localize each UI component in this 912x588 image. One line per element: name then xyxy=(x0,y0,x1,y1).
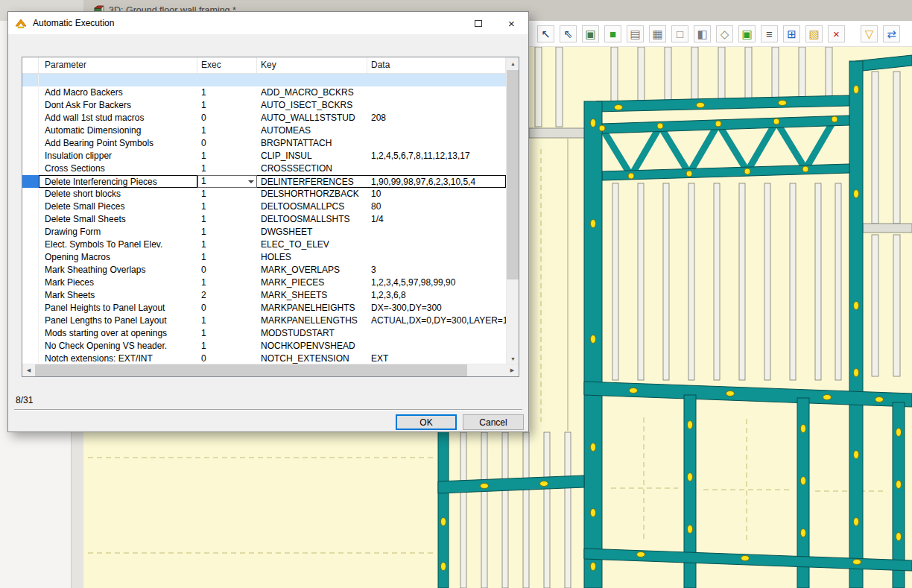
cell-exec[interactable]: 1 xyxy=(197,276,257,289)
vertical-scroll-thumb[interactable] xyxy=(507,70,519,279)
cell-exec[interactable]: 1 xyxy=(197,188,257,200)
table-row[interactable]: Delete Small Pieces1DELTOOSMALLPCS80 xyxy=(22,200,519,213)
cell-key[interactable]: DELTOOSMALLPCS xyxy=(257,200,367,213)
column-header-parameter[interactable]: Parameter xyxy=(39,57,197,73)
cell-parameter[interactable]: Panel Lengths to Panel Layout xyxy=(39,314,197,327)
cell-data[interactable]: 10 xyxy=(367,188,506,200)
row-stub[interactable] xyxy=(22,150,39,162)
cell-data[interactable]: 80 xyxy=(367,200,506,213)
table-row[interactable]: Opening Macros1HOLES xyxy=(22,251,519,264)
cell-parameter[interactable]: Add Macro Backers xyxy=(39,86,197,99)
cell-key[interactable]: MARKPANELHEIGHTS xyxy=(257,302,367,314)
table-row[interactable]: Delete Interferencing Pieces1DELINTERFER… xyxy=(22,175,519,188)
cell-key[interactable]: AUTO_WALL1STSTUD xyxy=(257,112,367,124)
horizontal-scrollbar[interactable]: ◀ ▶ xyxy=(22,364,519,376)
hidden-line-view-icon[interactable]: ▤ xyxy=(627,25,644,42)
chevron-down-icon[interactable] xyxy=(245,176,256,187)
wireframe-view-icon[interactable]: ▦ xyxy=(649,25,666,42)
cell-parameter[interactable]: Mods starting over at openings xyxy=(39,327,197,340)
cell-key[interactable]: MODSTUDSTART xyxy=(257,327,367,340)
pick-part-icon[interactable]: ▣ xyxy=(582,25,599,42)
table-row[interactable]: Mark Pieces1MARK_PIECES1,2,3,4,5,97,98,9… xyxy=(22,276,519,289)
layers-icon[interactable]: ⊞ xyxy=(783,25,800,42)
table-row[interactable]: Delete Small Sheets1DELTOOSMALLSHTS1/4 xyxy=(22,213,519,226)
cell-parameter[interactable]: Mark Pieces xyxy=(39,276,197,289)
part-list-icon[interactable]: ≡ xyxy=(761,25,778,42)
row-stub[interactable] xyxy=(22,340,39,353)
row-stub[interactable] xyxy=(22,74,39,86)
cell-exec[interactable]: 1 xyxy=(197,238,257,251)
cell-exec[interactable]: 1 xyxy=(197,340,257,353)
scroll-left-icon[interactable]: ◀ xyxy=(22,364,35,377)
dialog-title-bar[interactable]: Automatic Execution × xyxy=(8,12,528,34)
row-stub[interactable] xyxy=(22,200,39,213)
cell-exec[interactable]: 1 xyxy=(197,124,257,137)
half-shade-view-icon[interactable]: ◧ xyxy=(694,25,711,42)
cell-exec[interactable]: 0 xyxy=(197,112,257,124)
cell-exec[interactable]: 1 xyxy=(197,251,257,264)
horizontal-scroll-thumb[interactable] xyxy=(35,364,467,376)
cell-parameter[interactable]: Delete Small Sheets xyxy=(39,213,197,226)
swap-view-icon[interactable]: ⇄ xyxy=(883,25,900,42)
cell-parameter[interactable]: Automatic Dimensioning xyxy=(39,124,197,137)
cell-data[interactable]: 208 xyxy=(367,112,506,124)
cell-data[interactable] xyxy=(367,124,506,137)
cell-key[interactable]: MARK_PIECES xyxy=(257,276,367,289)
cell-key[interactable]: CLIP_INSUL xyxy=(257,150,367,162)
cell-key[interactable]: HOLES xyxy=(257,251,367,264)
maximize-button[interactable] xyxy=(461,12,495,34)
cell-exec[interactable]: 1 xyxy=(197,175,257,188)
shaded-view-icon[interactable]: ■ xyxy=(604,25,621,42)
cell-parameter[interactable]: Mark Sheets xyxy=(39,289,197,302)
select-arrow-icon[interactable]: ↖ xyxy=(537,25,554,42)
cell-parameter[interactable]: Delete Interferencing Pieces xyxy=(39,175,197,188)
column-header-exec[interactable]: Exec xyxy=(197,57,257,73)
table-row[interactable]: Dont Ask For Backers1AUTO_ISECT_BCKRS xyxy=(22,99,519,112)
table-row[interactable]: Automatic Dimensioning1AUTOMEAS xyxy=(22,124,519,137)
cell-data[interactable] xyxy=(367,137,506,150)
table-row[interactable]: Add Macro Backers1ADD_MACRO_BCKRS xyxy=(22,86,519,99)
cell-data[interactable] xyxy=(367,162,506,175)
cell-data[interactable] xyxy=(367,238,506,251)
table-row[interactable]: Mods starting over at openings1MODSTUDST… xyxy=(22,327,519,340)
cell-parameter[interactable]: No Check Opening VS header. xyxy=(39,340,197,353)
cell-parameter[interactable]: Add wall 1st stud macros xyxy=(39,112,197,124)
cell-data[interactable]: 1,2,3,4,5,97,98,99,90 xyxy=(367,276,506,289)
highlight-icon[interactable]: ▧ xyxy=(805,25,823,42)
column-header-key[interactable]: Key xyxy=(257,57,367,73)
cell-key[interactable] xyxy=(257,74,367,86)
cell-key[interactable]: ADD_MACRO_BCKRS xyxy=(257,86,367,99)
table-row[interactable]: Cross Sections1CROSSSECTION xyxy=(22,162,519,175)
cell-parameter[interactable]: Mark Sheathing Overlaps xyxy=(39,264,197,276)
row-stub[interactable] xyxy=(22,124,39,137)
cell-data[interactable]: 3 xyxy=(367,264,506,276)
table-row[interactable]: Mark Sheathing Overlaps0MARK_OVERLAPS3 xyxy=(22,264,519,276)
cell-parameter[interactable]: Cross Sections xyxy=(39,162,197,175)
cell-exec[interactable]: 0 xyxy=(197,302,257,314)
cell-data[interactable] xyxy=(367,99,506,112)
cell-exec[interactable]: 1 xyxy=(197,314,257,327)
cell-data[interactable]: 1,2,4,5,6,7,8,11,12,13,17 xyxy=(367,150,506,162)
delete-icon[interactable]: × xyxy=(828,25,845,42)
column-header-data[interactable]: Data xyxy=(367,57,506,73)
close-button[interactable]: × xyxy=(495,12,528,34)
cell-exec[interactable]: 1 xyxy=(197,162,257,175)
cell-parameter[interactable] xyxy=(39,74,197,86)
cell-exec[interactable]: 1 xyxy=(197,200,257,213)
cell-data[interactable]: DX=-300,DY=300 xyxy=(367,302,506,314)
cell-data[interactable] xyxy=(367,340,506,353)
scroll-up-icon[interactable]: ▲ xyxy=(507,57,519,70)
outline-view-icon[interactable]: □ xyxy=(671,25,688,42)
cell-data[interactable]: 1/4 xyxy=(367,213,506,226)
exec-combobox[interactable]: 1 xyxy=(197,175,257,188)
row-stub[interactable] xyxy=(22,302,39,314)
cancel-button[interactable]: Cancel xyxy=(463,414,524,430)
table-row[interactable]: No Check Opening VS header.1NOCHKOPENVSH… xyxy=(22,340,519,353)
table-row[interactable]: Drawing Form1DWGSHEET xyxy=(22,226,519,238)
cell-key[interactable]: DELTOOSMALLSHTS xyxy=(257,213,367,226)
cell-key[interactable]: ELEC_TO_ELEV xyxy=(257,238,367,251)
cell-exec[interactable]: 1 xyxy=(197,150,257,162)
row-stub[interactable] xyxy=(22,314,39,327)
cell-parameter[interactable]: Delete short blocks xyxy=(39,188,197,200)
row-stub[interactable] xyxy=(22,251,39,264)
